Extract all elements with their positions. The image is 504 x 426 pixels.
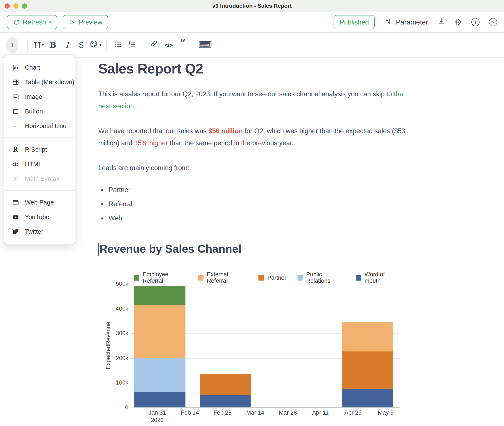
legend-swatch-icon: [297, 275, 303, 280]
text-color-button[interactable]: ▾: [89, 38, 103, 52]
published-label: Published: [339, 18, 369, 26]
strikethrough-icon: S: [79, 40, 84, 50]
legend-item: Public Relations: [297, 271, 345, 284]
y-tick-mark: [131, 309, 134, 309]
menu-item-label: Math Syntax: [25, 175, 59, 182]
chart-legend: Employee ReferralExternal ReferralPartne…: [134, 271, 400, 284]
format-toolbar: + H ▾ B I S ▾ 123: [0, 33, 504, 57]
revenue-chart: Employee ReferralExternal ReferralPartne…: [98, 270, 412, 421]
menu-item-button[interactable]: Button: [4, 104, 75, 119]
y-tick-mark: [131, 383, 134, 383]
chevron-down-icon: ▾: [99, 43, 102, 47]
x-tick-label: May 9: [378, 409, 394, 416]
page-title: Sales Report Q2: [98, 61, 412, 77]
document-editor[interactable]: Sales Report Q2 This is a sales report f…: [98, 61, 412, 421]
percent-higher-highlight: 15% higher: [134, 139, 168, 147]
refresh-button[interactable]: Refresh ▾: [7, 15, 57, 29]
published-button[interactable]: Published: [334, 15, 375, 29]
keyboard-shortcuts-button[interactable]: ⌨: [198, 38, 212, 52]
bullet-list-button[interactable]: [111, 38, 125, 52]
refresh-label: Refresh: [23, 18, 46, 26]
toolbar-divider: [106, 39, 107, 50]
link-button[interactable]: [147, 38, 161, 52]
youtube-icon: [12, 213, 19, 221]
legend-label: Word of mouth: [365, 271, 400, 284]
menu-item-label: Horizontal Line: [25, 122, 66, 129]
horizontal-line-icon: [12, 122, 19, 129]
insert-menu-group-embed: Web Page YouTube Twitter: [4, 193, 75, 241]
toolbar-divider: [28, 39, 28, 50]
parameter-label: Parameter: [396, 18, 428, 26]
legend-label: Employee Referral: [143, 271, 187, 284]
keyboard-icon: ⌨: [198, 40, 212, 50]
stacked-bar: [134, 284, 186, 407]
palette-icon: [90, 40, 98, 50]
italic-button[interactable]: I: [60, 38, 74, 52]
app-window: v9 Introduction - Sales Report Refresh ▾…: [0, 0, 504, 426]
close-window-button[interactable]: [5, 3, 10, 8]
chart-plot: [134, 284, 400, 408]
menu-item-label: Web Page: [25, 199, 54, 206]
intro-paragraph: This is a sales report for our Q2, 2023.…: [98, 88, 412, 112]
menu-item-label: Table (Markdown): [25, 79, 75, 85]
svg-text:3: 3: [129, 45, 130, 48]
menu-item-table-markdown[interactable]: Table (Markdown): [4, 75, 75, 89]
stacked-bar: [342, 284, 393, 407]
minimize-window-button[interactable]: [13, 3, 19, 8]
x-tick-label: Mar 28: [279, 409, 297, 416]
x-tick-label: Mar 14: [246, 409, 264, 416]
strikethrough-button[interactable]: S: [74, 38, 89, 52]
heading-button[interactable]: H ▾: [32, 38, 46, 52]
menu-item-horizontal-line[interactable]: Horizontal Line: [4, 119, 75, 133]
list-item: Partner: [108, 183, 412, 197]
download-button[interactable]: [437, 17, 445, 27]
button-icon: [12, 108, 19, 115]
quote-icon: “: [180, 42, 186, 48]
sigma-icon: Σ: [12, 175, 19, 182]
menu-item-chart[interactable]: Chart: [4, 60, 75, 75]
menu-item-twitter[interactable]: Twitter: [4, 224, 75, 239]
menu-item-youtube[interactable]: YouTube: [4, 210, 75, 224]
window-title: v9 Introduction - Sales Report: [212, 3, 292, 9]
preview-button[interactable]: Preview: [63, 15, 108, 29]
menu-item-label: Button: [25, 108, 43, 115]
menu-item-label: Image: [25, 93, 42, 100]
italic-icon: I: [66, 40, 69, 50]
menu-divider: [4, 137, 75, 138]
numbered-list-button[interactable]: 123: [125, 38, 139, 52]
zoom-window-button[interactable]: [22, 3, 27, 8]
blockquote-button[interactable]: “: [176, 38, 190, 52]
x-tick-label: Feb 14: [181, 409, 199, 416]
y-tick-label: 300k: [98, 330, 128, 336]
stacked-bar: [200, 284, 251, 407]
menu-item-html[interactable]: </> HTML: [4, 157, 75, 171]
y-tick-label: 100k: [98, 380, 128, 386]
sliders-icon: [384, 17, 392, 27]
info-button[interactable]: i: [471, 18, 480, 26]
bold-button[interactable]: B: [46, 38, 60, 52]
legend-item: Word of mouth: [356, 271, 400, 284]
settings-gear-button[interactable]: ⚙: [455, 18, 462, 26]
menu-item-r-script[interactable]: R R Script: [4, 142, 75, 157]
menu-item-math-syntax: Σ Math Syntax: [4, 171, 75, 186]
bullet-list-icon: [114, 40, 122, 50]
menu-item-label: YouTube: [25, 213, 49, 220]
legend-swatch-icon: [198, 275, 203, 280]
menu-item-web-page[interactable]: Web Page: [4, 195, 75, 210]
x-tick-label: Feb 28: [214, 409, 232, 416]
y-tick-mark: [131, 408, 134, 408]
y-tick-mark: [131, 334, 134, 334]
legend-swatch-icon: [356, 275, 361, 280]
y-tick-label: 400k: [98, 305, 128, 312]
bar-segment: [342, 322, 393, 352]
legend-label: External Referral: [207, 271, 247, 284]
help-button[interactable]: ?: [489, 18, 497, 26]
menu-item-image[interactable]: Image: [4, 89, 75, 104]
code-button[interactable]: </>: [161, 38, 176, 52]
code-icon: </>: [165, 42, 173, 48]
x-tick-label: Apr 25: [345, 409, 362, 416]
play-icon: [69, 19, 76, 26]
parameter-button[interactable]: Parameter: [384, 17, 428, 27]
x-tick-label: Jan 312021: [149, 409, 166, 424]
insert-block-button[interactable]: +: [6, 37, 19, 53]
